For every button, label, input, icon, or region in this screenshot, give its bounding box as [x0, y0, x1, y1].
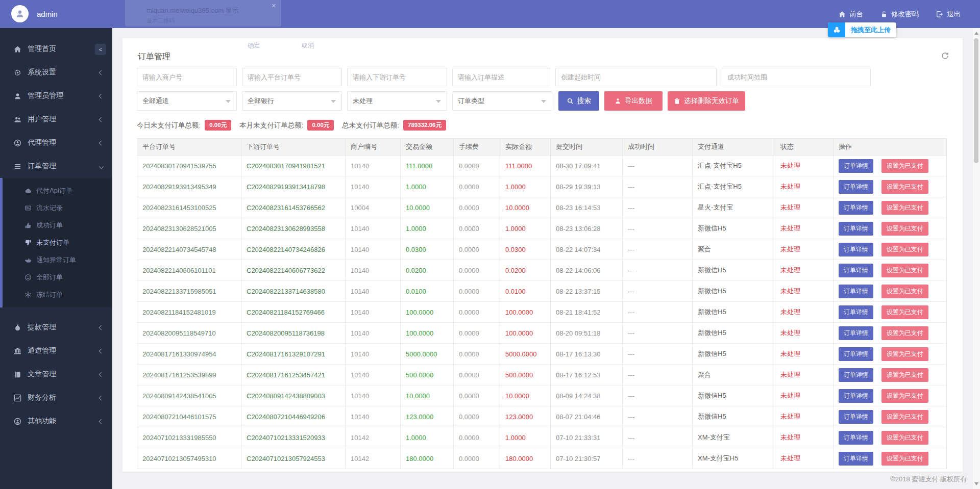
set-paid-button[interactable]: 设置为已支付	[881, 180, 928, 194]
cell-pay-channel: 新微信H5	[693, 344, 775, 365]
set-paid-button[interactable]: 设置为已支付	[881, 201, 928, 215]
order-detail-button[interactable]: 订单详情	[839, 285, 873, 298]
cell-success-time: ---	[623, 365, 693, 385]
cell-actions: 订单详情 设置为已支付	[834, 176, 947, 197]
cell-submit-time: 07-10 21:33:31	[551, 427, 623, 448]
sidebar-item-agent-manage[interactable]: 代理管理	[0, 131, 112, 155]
front-site-link[interactable]: 前台	[839, 10, 863, 19]
order-detail-button[interactable]: 订单详情	[839, 180, 873, 194]
cell-success-time: ---	[623, 260, 693, 281]
set-paid-button[interactable]: 设置为已支付	[881, 410, 928, 424]
cell-submit-time: 08-22 14:06:06	[551, 260, 623, 281]
export-icon	[615, 98, 621, 105]
submenu-item-success-orders[interactable]: 成功订单	[3, 217, 112, 234]
cell-actual-amount: 10.0000	[500, 197, 551, 218]
cell-actions: 订单详情 设置为已支付	[834, 427, 947, 448]
set-paid-button[interactable]: 设置为已支付	[881, 326, 928, 340]
submenu-item-all-orders[interactable]: 全部订单	[3, 269, 112, 286]
cell-actions: 订单详情 设置为已支付	[834, 281, 947, 302]
order-detail-button[interactable]: 订单详情	[839, 326, 873, 340]
page-scrollbar[interactable]	[972, 28, 980, 489]
bank-select[interactable]: 全部银行	[242, 91, 342, 111]
orders-table: 平台订单号 下游订单号 商户编号 交易金额 手续费 实际金额 提交时间 成功时间…	[137, 138, 947, 469]
set-paid-button[interactable]: 设置为已支付	[881, 452, 928, 466]
sidebar-item-channel-manage[interactable]: 通道管理	[0, 339, 112, 363]
export-data-button[interactable]: 导出数据	[604, 91, 663, 111]
sidebar-item-finance-analysis[interactable]: 财务分析	[0, 386, 112, 409]
submenu-item-api-payout-orders[interactable]: 代付Api订单	[3, 182, 112, 199]
order-detail-button[interactable]: 订单详情	[839, 264, 873, 277]
platform-order-no-input[interactable]	[242, 68, 342, 86]
set-paid-button[interactable]: 设置为已支付	[881, 347, 928, 361]
order-detail-button[interactable]: 订单详情	[839, 201, 873, 215]
scroll-up-icon[interactable]	[974, 32, 978, 35]
search-button[interactable]: 搜索	[558, 91, 599, 111]
cell-trade-amount: 10.0000	[401, 385, 454, 406]
order-detail-button[interactable]: 订单详情	[839, 368, 873, 382]
cell-fee: 0.0000	[454, 302, 500, 323]
merchant-no-input[interactable]	[137, 68, 237, 86]
order-detail-button[interactable]: 订单详情	[839, 452, 873, 466]
cell-submit-time: 08-21 18:41:52	[551, 302, 623, 323]
order-detail-button[interactable]: 订单详情	[839, 222, 873, 236]
submenu-item-frozen-orders[interactable]: 冻结订单	[3, 286, 112, 303]
submenu-item-notify-abnormal-orders[interactable]: 通知异常订单	[3, 251, 112, 269]
cell-platform-order-no: 20240807210446101575	[137, 406, 241, 427]
sidebar-item-admin-manage[interactable]: 管理员管理	[0, 84, 112, 108]
order-detail-button[interactable]: 订单详情	[839, 431, 873, 445]
sidebar-item-other-functions[interactable]: 其他功能	[0, 409, 112, 433]
sidebar-item-withdraw-manage[interactable]: 提款管理	[0, 316, 112, 339]
cell-actual-amount: 1.0000	[500, 218, 551, 239]
cell-status: 未处理	[775, 323, 834, 344]
scrollbar-thumb[interactable]	[974, 38, 978, 163]
set-paid-button[interactable]: 设置为已支付	[881, 222, 928, 236]
set-paid-button[interactable]: 设置为已支付	[881, 243, 928, 256]
set-paid-button[interactable]: 设置为已支付	[881, 431, 928, 445]
submenu-item-flow-records[interactable]: 流水记录	[3, 199, 112, 217]
cell-actual-amount: 100.0000	[500, 323, 551, 344]
cell-downstream-order-no: C20240822140734246826	[241, 239, 346, 260]
set-paid-button[interactable]: 设置为已支付	[881, 305, 928, 319]
set-paid-button[interactable]: 设置为已支付	[881, 159, 928, 173]
cell-platform-order-no: 20240817161253539899	[137, 365, 241, 385]
status-select[interactable]: 未处理	[347, 91, 447, 111]
delete-invalid-orders-button[interactable]: 选择删除无效订单	[668, 91, 745, 111]
scroll-down-icon[interactable]	[974, 482, 978, 485]
submenu-item-unpaid-orders[interactable]: 未支付订单	[3, 234, 112, 251]
cell-success-time: ---	[623, 239, 693, 260]
cell-submit-time: 08-22 13:37:15	[551, 281, 623, 302]
set-paid-button[interactable]: 设置为已支付	[881, 389, 928, 403]
sidebar-collapse-button[interactable]: <	[95, 44, 106, 55]
create-start-time-input[interactable]	[555, 68, 717, 86]
set-paid-button[interactable]: 设置为已支付	[881, 285, 928, 298]
logout-link[interactable]: 退出	[936, 10, 961, 19]
sidebar-item-order-manage[interactable]: 订单管理	[0, 155, 112, 178]
set-paid-button[interactable]: 设置为已支付	[881, 368, 928, 382]
order-detail-button[interactable]: 订单详情	[839, 243, 873, 256]
cell-actions: 订单详情 设置为已支付	[834, 385, 947, 406]
refresh-icon[interactable]	[941, 52, 949, 62]
channel-select[interactable]: 全部通道	[137, 91, 237, 111]
set-paid-button[interactable]: 设置为已支付	[881, 264, 928, 277]
cell-merchant-no: 10140	[346, 239, 401, 260]
order-detail-button[interactable]: 订单详情	[839, 410, 873, 424]
order-detail-button[interactable]: 订单详情	[839, 305, 873, 319]
col-success-time: 成功时间	[623, 139, 693, 156]
cell-downstream-order-no: C20240820095118736198	[241, 323, 346, 344]
order-detail-button[interactable]: 订单详情	[839, 159, 873, 173]
cell-fee: 0.0000	[454, 260, 500, 281]
order-detail-button[interactable]: 订单详情	[839, 389, 873, 403]
cell-merchant-no: 10140	[346, 281, 401, 302]
order-description-input[interactable]	[452, 68, 550, 86]
order-type-select[interactable]: 订单类型	[452, 91, 552, 111]
change-password-link[interactable]: 修改密码	[880, 10, 919, 19]
success-time-range-input[interactable]	[722, 68, 871, 86]
sidebar-item-article-manage[interactable]: 文章管理	[0, 363, 112, 386]
downstream-order-no-input[interactable]	[347, 68, 447, 86]
sidebar-item-user-manage[interactable]: 用户管理	[0, 108, 112, 131]
cell-submit-time: 08-22 14:07:34	[551, 239, 623, 260]
order-detail-button[interactable]: 订单详情	[839, 347, 873, 361]
cell-downstream-order-no: C20240829193913418798	[241, 176, 346, 197]
sidebar: 管理首页 系统设置 管理员管理 用户管理 代理管理 订单管理 代付Api订单	[0, 28, 112, 489]
sidebar-item-system-settings[interactable]: 系统设置	[0, 61, 112, 84]
